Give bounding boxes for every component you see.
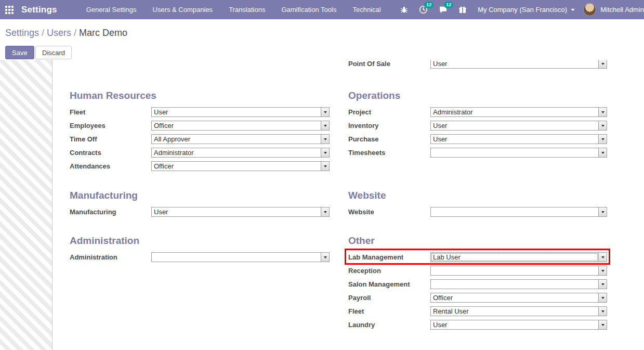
breadcrumb-users-link[interactable]: Users (47, 28, 71, 38)
select-value (431, 148, 598, 157)
select-value (431, 266, 598, 275)
administration-select[interactable] (151, 252, 330, 262)
timesheets-select[interactable] (430, 148, 607, 158)
field-row: Administration (70, 251, 335, 264)
sheet-margin-stripes (0, 60, 52, 350)
select-value: All Approver (152, 135, 321, 144)
gift-icon[interactable] (458, 6, 467, 14)
point-of-sale-select[interactable]: User (430, 60, 607, 69)
select-value (431, 208, 598, 216)
dropdown-arrow-icon[interactable] (321, 253, 329, 262)
menu-users-companies[interactable]: Users & Companies (153, 6, 213, 14)
chevron-down-icon (571, 9, 575, 11)
control-panel: Settings/Users/Marc Demo Save Discard (0, 19, 644, 60)
user-name[interactable]: Mitchell Admin (600, 6, 644, 14)
main-menu: General Settings Users & Companies Trans… (86, 6, 397, 14)
systray: 12 12 My Company (San Francisco) Mitchel… (400, 3, 644, 16)
select-value: User (431, 135, 598, 144)
user-avatar[interactable] (583, 3, 596, 16)
dropdown-arrow-icon[interactable] (598, 266, 607, 275)
lab-management-select[interactable]: Lab User (430, 252, 607, 262)
menu-translations[interactable]: Translations (229, 6, 265, 14)
manufacturing-select[interactable]: User (151, 207, 330, 217)
field-row: Laundry User (348, 318, 613, 332)
dropdown-arrow-icon[interactable] (598, 253, 607, 262)
dropdown-arrow-icon[interactable] (598, 280, 607, 289)
section-other: Other Lab Management Lab User Reception … (348, 235, 613, 332)
dropdown-arrow-icon[interactable] (598, 108, 607, 116)
menu-gamification-tools[interactable]: Gamification Tools (281, 6, 336, 14)
apps-menu-icon[interactable] (5, 6, 14, 14)
field-row: Point Of Sale User (348, 60, 613, 71)
reception-select[interactable] (430, 266, 607, 276)
dropdown-arrow-icon[interactable] (321, 208, 329, 216)
company-switcher[interactable]: My Company (San Francisco) (478, 6, 575, 14)
section-administration: Administration Administration (70, 235, 335, 264)
dropdown-arrow-icon[interactable] (321, 135, 329, 144)
field-row: Salon Management (348, 278, 613, 291)
website-select[interactable] (430, 207, 607, 217)
select-value: Lab User (431, 253, 598, 262)
dropdown-arrow-icon[interactable] (321, 162, 329, 171)
form-sheet: Point Of Sale User Human Resources Fleet… (0, 60, 644, 350)
purchase-select[interactable]: User (430, 134, 607, 144)
field-label: Purchase (348, 135, 379, 143)
select-value (431, 280, 598, 289)
select-value: User (431, 320, 598, 329)
dropdown-arrow-icon[interactable] (598, 135, 607, 144)
laundry-select[interactable]: User (430, 320, 607, 330)
section-title: Operations (348, 90, 613, 101)
select-value: Rental User (431, 307, 598, 316)
section-title: Other (348, 235, 613, 247)
fleet-select[interactable]: User (151, 107, 330, 117)
dropdown-arrow-icon[interactable] (598, 60, 607, 68)
dropdown-arrow-icon[interactable] (321, 108, 329, 116)
menu-general-settings[interactable]: General Settings (86, 6, 137, 14)
bug-icon[interactable] (400, 6, 408, 14)
attendances-select[interactable]: Officer (151, 161, 330, 171)
salon-management-select[interactable] (430, 279, 607, 289)
dropdown-arrow-icon[interactable] (321, 148, 329, 157)
employees-select[interactable]: Officer (151, 121, 330, 131)
discard-button[interactable]: Discard (35, 46, 72, 59)
contracts-select[interactable]: Administrator (151, 148, 330, 158)
field-label: Payroll (348, 294, 371, 302)
select-value: User (431, 60, 598, 68)
field-label: Attendances (70, 162, 110, 170)
time-off-select[interactable]: All Approver (151, 134, 330, 144)
dropdown-arrow-icon[interactable] (598, 307, 607, 316)
select-value: User (152, 208, 321, 216)
save-button[interactable]: Save (5, 46, 34, 59)
dropdown-arrow-icon[interactable] (321, 121, 329, 130)
project-select[interactable]: Administrator (430, 107, 607, 117)
dropdown-arrow-icon[interactable] (598, 320, 607, 329)
activities-clock-icon[interactable]: 12 (419, 5, 428, 14)
dropdown-arrow-icon[interactable] (598, 148, 607, 157)
fleet-other-select[interactable]: Rental User (430, 306, 607, 316)
field-label: Salon Management (348, 280, 410, 288)
section-title: Manufacturing (70, 190, 335, 201)
dropdown-arrow-icon[interactable] (598, 121, 607, 130)
field-row: Fleet User (70, 106, 335, 119)
field-label: Lab Management (348, 253, 403, 261)
breadcrumb-settings-link[interactable]: Settings (5, 28, 39, 38)
top-navbar: Settings General Settings Users & Compan… (0, 0, 644, 19)
field-row: Purchase User (348, 133, 613, 146)
section-website: Website Website (348, 190, 613, 219)
field-label: Timesheets (348, 149, 385, 157)
breadcrumb-separator: / (42, 28, 44, 38)
inventory-select[interactable]: User (430, 121, 607, 131)
field-row: Contracts Administrator (70, 146, 335, 160)
dropdown-arrow-icon[interactable] (598, 208, 607, 216)
payroll-select[interactable]: Officer (430, 293, 607, 303)
breadcrumb-current: Marc Demo (79, 28, 127, 38)
field-row: Reception (348, 264, 613, 278)
breadcrumb: Settings/Users/Marc Demo (5, 28, 127, 38)
select-value: Administrator (152, 148, 321, 157)
field-row: Time Off All Approver (70, 133, 335, 146)
menu-technical[interactable]: Technical (352, 6, 380, 14)
section-title: Human Resources (70, 90, 335, 101)
dropdown-arrow-icon[interactable] (598, 293, 607, 302)
messages-icon[interactable]: 12 (439, 5, 448, 14)
field-row: Timesheets (348, 146, 613, 160)
